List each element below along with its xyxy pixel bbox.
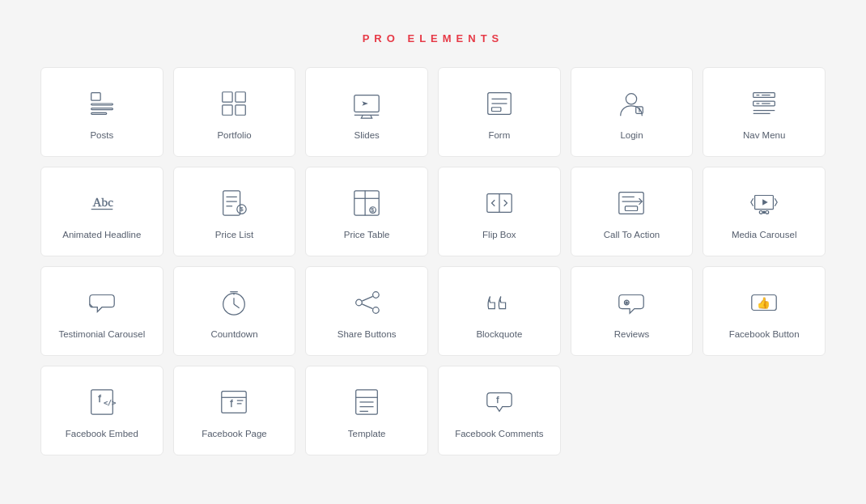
posts-icon bbox=[84, 86, 120, 121]
card-slides[interactable]: Slides bbox=[305, 67, 428, 157]
card-label-posts: Posts bbox=[90, 129, 113, 142]
card-label-form: Form bbox=[488, 129, 510, 142]
card-label-animated-headline: Animated Headline bbox=[62, 229, 141, 241]
card-form[interactable]: Form bbox=[438, 67, 561, 157]
svg-point-14 bbox=[626, 94, 637, 104]
svg-text:$: $ bbox=[371, 207, 374, 213]
card-animated-headline[interactable]: Abc Animated Headline bbox=[40, 167, 163, 256]
card-label-countdown: Countdown bbox=[210, 328, 257, 341]
card-label-reviews: Reviews bbox=[614, 328, 649, 341]
svg-rect-43 bbox=[626, 206, 638, 211]
card-media-carousel[interactable]: Media Carousel bbox=[703, 167, 826, 256]
svg-rect-0 bbox=[91, 93, 100, 101]
svg-text:f: f bbox=[496, 395, 499, 404]
card-label-login: Login bbox=[620, 129, 643, 142]
template-icon bbox=[349, 384, 384, 420]
flip-box-icon bbox=[482, 185, 517, 221]
svg-text:$: $ bbox=[240, 205, 244, 213]
card-label-media-carousel: Media Carousel bbox=[732, 229, 797, 241]
card-portfolio[interactable]: Portfolio bbox=[173, 67, 296, 157]
card-label-nav-menu: Nav Menu bbox=[743, 129, 785, 142]
card-label-price-table: Price Table bbox=[344, 229, 390, 241]
testimonial-carousel-icon bbox=[84, 285, 120, 320]
facebook-embed-icon: f </> bbox=[84, 384, 120, 420]
svg-text:👍: 👍 bbox=[758, 296, 771, 310]
card-label-blockquote: Blockquote bbox=[476, 328, 522, 341]
svg-rect-5 bbox=[236, 92, 245, 102]
card-posts[interactable]: Posts bbox=[40, 67, 163, 157]
svg-point-47 bbox=[759, 210, 762, 214]
svg-rect-66 bbox=[222, 392, 246, 413]
price-table-icon: $ bbox=[349, 185, 384, 221]
card-nav-menu[interactable]: Nav Menu bbox=[703, 67, 826, 157]
call-to-action-icon bbox=[613, 185, 649, 221]
section-title: PRO ELEMENTS bbox=[40, 32, 826, 44]
card-label-facebook-page: Facebook Page bbox=[202, 428, 267, 440]
container: PRO ELEMENTS Posts Portfolio Slides Form bbox=[16, 16, 850, 480]
card-label-template: Template bbox=[348, 428, 386, 440]
card-template[interactable]: Template bbox=[305, 366, 428, 455]
card-facebook-button[interactable]: 👍 Facebook Button bbox=[703, 266, 826, 356]
slides-icon bbox=[349, 86, 384, 121]
card-reviews[interactable]: Reviews bbox=[571, 266, 694, 356]
card-label-facebook-comments: Facebook Comments bbox=[455, 428, 543, 440]
svg-line-54 bbox=[234, 304, 240, 308]
card-label-slides: Slides bbox=[354, 129, 380, 142]
card-flip-box[interactable]: Flip Box bbox=[438, 167, 561, 256]
svg-point-49 bbox=[766, 210, 769, 214]
svg-text:</>: </> bbox=[104, 399, 116, 407]
svg-text:f: f bbox=[231, 398, 234, 409]
svg-rect-2 bbox=[91, 108, 113, 110]
card-price-table[interactable]: $ Price Table bbox=[305, 167, 428, 256]
card-facebook-embed[interactable]: f </> Facebook Embed bbox=[40, 366, 163, 455]
animated-headline-icon: Abc bbox=[84, 185, 120, 221]
svg-rect-4 bbox=[223, 92, 232, 102]
card-testimonial-carousel[interactable]: Testimonial Carousel bbox=[40, 266, 163, 356]
svg-line-59 bbox=[362, 304, 372, 309]
svg-rect-3 bbox=[91, 112, 107, 114]
media-carousel-icon bbox=[746, 185, 782, 221]
nav-menu-icon bbox=[746, 86, 782, 121]
blockquote-icon bbox=[482, 285, 517, 320]
svg-point-56 bbox=[373, 307, 380, 314]
svg-point-16 bbox=[639, 108, 640, 110]
card-label-share-buttons: Share Buttons bbox=[337, 328, 397, 341]
svg-rect-13 bbox=[491, 108, 500, 112]
svg-line-58 bbox=[362, 296, 372, 301]
svg-rect-1 bbox=[91, 104, 113, 105]
elements-grid: Posts Portfolio Slides Form Login bbox=[40, 67, 826, 455]
svg-rect-6 bbox=[223, 105, 232, 115]
svg-text:f: f bbox=[98, 392, 101, 404]
svg-marker-46 bbox=[762, 199, 768, 205]
facebook-comments-icon: f bbox=[482, 384, 517, 420]
card-label-call-to-action: Call To Action bbox=[604, 229, 660, 241]
price-list-icon: $ bbox=[216, 185, 252, 221]
card-label-facebook-embed: Facebook Embed bbox=[66, 428, 138, 440]
svg-rect-7 bbox=[236, 105, 245, 115]
countdown-icon bbox=[216, 285, 252, 320]
card-label-facebook-button: Facebook Button bbox=[729, 328, 800, 341]
svg-point-57 bbox=[356, 299, 363, 306]
card-label-testimonial-carousel: Testimonial Carousel bbox=[58, 328, 145, 341]
card-call-to-action[interactable]: Call To Action bbox=[571, 167, 694, 256]
svg-text:Abc: Abc bbox=[92, 195, 113, 209]
facebook-button-icon: 👍 bbox=[746, 285, 782, 320]
card-label-flip-box: Flip Box bbox=[482, 229, 516, 241]
login-icon bbox=[613, 86, 649, 121]
card-label-portfolio: Portfolio bbox=[217, 129, 251, 142]
card-countdown[interactable]: Countdown bbox=[173, 266, 296, 356]
card-login[interactable]: Login bbox=[571, 67, 694, 157]
form-icon bbox=[482, 86, 517, 121]
card-label-price-list: Price List bbox=[215, 229, 253, 241]
card-price-list[interactable]: $ Price List bbox=[173, 167, 296, 256]
facebook-page-icon: f bbox=[216, 384, 252, 420]
share-buttons-icon bbox=[349, 285, 384, 320]
card-blockquote[interactable]: Blockquote bbox=[438, 266, 561, 356]
reviews-icon bbox=[613, 285, 649, 320]
svg-point-55 bbox=[373, 292, 380, 299]
card-facebook-comments[interactable]: f Facebook Comments bbox=[438, 366, 561, 455]
portfolio-icon bbox=[216, 86, 252, 121]
card-share-buttons[interactable]: Share Buttons bbox=[305, 266, 428, 356]
card-facebook-page[interactable]: f Facebook Page bbox=[173, 366, 296, 455]
